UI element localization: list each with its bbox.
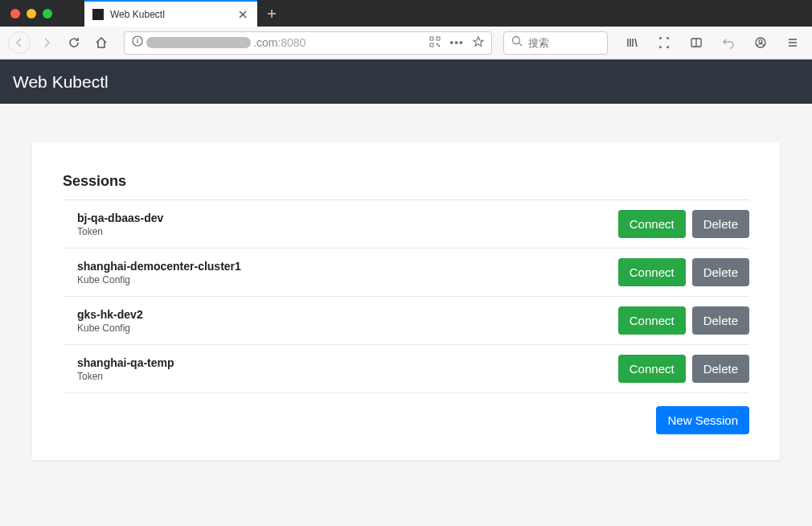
browser-toolbar: .com:8080 ••• bbox=[0, 27, 812, 60]
undo-icon[interactable] bbox=[717, 31, 740, 54]
screenshot-icon[interactable] bbox=[653, 31, 675, 54]
home-button[interactable] bbox=[90, 31, 113, 54]
svg-rect-2 bbox=[137, 40, 137, 43]
tab-bar: Web Kubectl bbox=[84, 0, 286, 27]
search-icon bbox=[511, 35, 523, 51]
svg-point-8 bbox=[513, 37, 520, 44]
url-redacted bbox=[146, 37, 251, 48]
session-type: Kube Config bbox=[77, 274, 241, 286]
session-type: Token bbox=[77, 371, 174, 382]
delete-button[interactable]: Delete bbox=[692, 306, 749, 335]
window-close-button[interactable] bbox=[10, 9, 20, 18]
session-name: bj-qa-dbaas-dev bbox=[77, 212, 163, 224]
session-info: shanghai-democenter-cluster1 Kube Config bbox=[77, 260, 241, 286]
session-row: shanghai-qa-temp Token Connect Delete bbox=[63, 345, 749, 393]
session-name: shanghai-qa-temp bbox=[77, 356, 174, 369]
session-type: Kube Config bbox=[77, 323, 143, 334]
new-session-button[interactable]: New Session bbox=[656, 406, 749, 434]
qr-icon[interactable] bbox=[429, 35, 441, 51]
window-minimize-button[interactable] bbox=[27, 9, 36, 18]
search-bar[interactable] bbox=[503, 31, 608, 55]
reload-button[interactable] bbox=[63, 31, 85, 54]
account-icon[interactable] bbox=[749, 31, 772, 54]
window-titlebar: Web Kubectl bbox=[0, 0, 812, 27]
svg-line-9 bbox=[519, 43, 523, 47]
app-header: Web Kubectl bbox=[0, 60, 812, 104]
svg-rect-6 bbox=[437, 43, 438, 45]
delete-button[interactable]: Delete bbox=[692, 355, 749, 383]
session-info: shanghai-qa-temp Token bbox=[77, 356, 174, 382]
address-bar[interactable]: .com:8080 ••• bbox=[124, 31, 492, 55]
session-row: bj-qa-dbaas-dev Token Connect Delete bbox=[63, 200, 749, 249]
url-port: :8080 bbox=[277, 36, 306, 49]
connect-button[interactable]: Connect bbox=[618, 210, 686, 238]
sessions-card: Sessions bj-qa-dbaas-dev Token Connect D… bbox=[32, 142, 780, 460]
bookmark-star-icon[interactable] bbox=[472, 35, 485, 51]
sessions-list: bj-qa-dbaas-dev Token Connect Delete sha… bbox=[63, 200, 749, 393]
svg-point-1 bbox=[137, 39, 138, 40]
reader-view-icon[interactable] bbox=[685, 31, 707, 54]
url-visible-text: .com:8080 bbox=[253, 36, 306, 49]
connect-button[interactable]: Connect bbox=[618, 355, 686, 383]
new-tab-button[interactable] bbox=[257, 0, 286, 27]
traffic-lights bbox=[0, 9, 52, 18]
close-tab-icon[interactable] bbox=[236, 8, 249, 21]
session-name: gks-hk-dev2 bbox=[77, 308, 143, 321]
session-row: gks-hk-dev2 Kube Config Connect Delete bbox=[63, 297, 749, 345]
terminal-favicon-icon bbox=[92, 9, 104, 20]
session-name: shanghai-democenter-cluster1 bbox=[77, 260, 241, 273]
back-button[interactable] bbox=[8, 31, 31, 54]
connect-button[interactable]: Connect bbox=[618, 306, 686, 335]
window-maximize-button[interactable] bbox=[43, 9, 52, 18]
session-actions: Connect Delete bbox=[618, 355, 749, 383]
library-icon[interactable] bbox=[621, 31, 643, 54]
forward-button[interactable] bbox=[35, 31, 58, 54]
svg-rect-5 bbox=[430, 43, 433, 47]
session-info: bj-qa-dbaas-dev Token bbox=[77, 212, 163, 237]
tab-title: Web Kubectl bbox=[110, 9, 230, 20]
svg-point-13 bbox=[759, 40, 762, 43]
session-actions: Connect Delete bbox=[618, 258, 749, 286]
session-row: shanghai-democenter-cluster1 Kube Config… bbox=[63, 249, 749, 297]
page-content: Sessions bj-qa-dbaas-dev Token Connect D… bbox=[0, 104, 812, 499]
session-actions: Connect Delete bbox=[618, 306, 749, 335]
svg-rect-4 bbox=[437, 37, 440, 40]
page-actions-icon[interactable]: ••• bbox=[449, 36, 464, 49]
svg-rect-3 bbox=[430, 37, 433, 40]
delete-button[interactable]: Delete bbox=[692, 210, 749, 238]
menu-icon[interactable] bbox=[781, 31, 804, 54]
session-actions: Connect Delete bbox=[618, 210, 749, 238]
site-info-icon[interactable] bbox=[131, 35, 144, 51]
sessions-heading: Sessions bbox=[63, 173, 749, 200]
search-input[interactable] bbox=[528, 37, 601, 49]
browser-tab[interactable]: Web Kubectl bbox=[84, 0, 257, 27]
svg-rect-7 bbox=[438, 45, 440, 47]
delete-button[interactable]: Delete bbox=[692, 258, 749, 286]
app-title: Web Kubectl bbox=[13, 72, 109, 92]
session-type: Token bbox=[77, 226, 163, 237]
connect-button[interactable]: Connect bbox=[618, 258, 686, 286]
url-domain-suffix: .com bbox=[253, 36, 277, 49]
session-info: gks-hk-dev2 Kube Config bbox=[77, 308, 143, 334]
